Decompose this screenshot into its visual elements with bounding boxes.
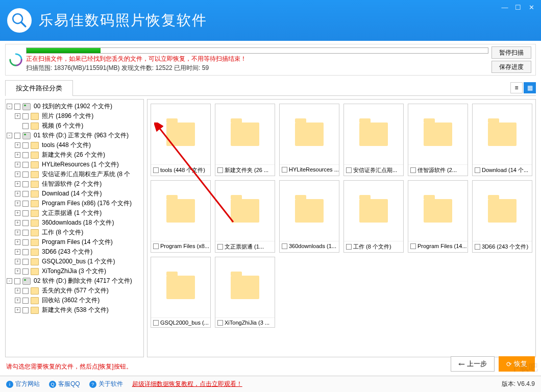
tree-node[interactable]: +新建文件夹 (26 个文件) [7, 150, 142, 160]
tree-expand-toggle[interactable]: + [15, 298, 20, 303]
tree-node[interactable]: -02 软件 (D:) 删除文件 (4717 个文件) [7, 276, 142, 286]
pause-scan-button[interactable]: 暂停扫描 [491, 46, 531, 59]
tree-expand-toggle[interactable]: + [15, 220, 20, 226]
folder-thumbnail[interactable]: Program Files (14... [408, 180, 468, 253]
tree-expand-toggle[interactable]: + [15, 162, 20, 167]
tree-node[interactable]: +丢失的文件 (577 个文件) [7, 286, 142, 296]
tree-expand-toggle[interactable]: + [15, 172, 20, 177]
tree-checkbox[interactable] [22, 152, 29, 158]
tree-expand-toggle[interactable]: + [15, 288, 20, 293]
folder-thumbnail[interactable]: tools (448 个文件) [151, 104, 211, 176]
close-button[interactable]: ✕ [525, 2, 538, 12]
folder-thumbnail[interactable]: 安信证券汇点期... [343, 104, 404, 176]
tree-checkbox[interactable] [22, 298, 29, 304]
tree-checkbox[interactable] [14, 104, 20, 110]
thumb-checkbox[interactable] [153, 167, 159, 173]
tree-expand-toggle[interactable]: + [15, 268, 20, 274]
thumb-checkbox[interactable] [410, 167, 416, 173]
thumb-checkbox[interactable] [346, 167, 352, 173]
thumb-checkbox[interactable] [346, 244, 352, 250]
tree-expand-toggle[interactable]: + [15, 307, 20, 313]
tree-node[interactable]: +XiTongZhiJia (3 个文件) [7, 266, 142, 276]
tree-checkbox[interactable] [22, 191, 29, 197]
tree-expand-toggle[interactable]: + [15, 181, 20, 187]
thumb-checkbox[interactable] [217, 320, 223, 326]
tree-node[interactable]: 视频 (6 个文件) [7, 121, 142, 131]
folder-thumbnail[interactable]: 文正票据通 (1... [215, 180, 275, 253]
tree-checkbox[interactable] [22, 220, 29, 226]
thumb-checkbox[interactable] [153, 320, 159, 326]
tree-checkbox[interactable] [22, 142, 29, 149]
tree-node[interactable]: +GSQL2000_bus (1 个文件) [7, 257, 142, 266]
tree-checkbox[interactable] [22, 259, 29, 265]
tree-expand-toggle[interactable]: - [7, 133, 12, 138]
thumb-checkbox[interactable] [282, 243, 287, 249]
view-list-button[interactable]: ≡ [510, 82, 523, 93]
tree-node[interactable]: +安信证券汇点期权生产系统 (8 个 [7, 169, 142, 179]
tree-expand-toggle[interactable]: + [15, 142, 20, 148]
thumb-checkbox[interactable] [153, 243, 159, 249]
tree-node[interactable]: -00 找到的文件 (1902 个文件) [7, 102, 142, 111]
tree-expand-toggle[interactable]: + [15, 239, 20, 245]
thumb-checkbox[interactable] [475, 244, 480, 250]
folder-thumbnail[interactable]: 工作 (8 个文件) [343, 180, 404, 253]
thumb-checkbox[interactable] [282, 167, 287, 173]
tree-node[interactable]: +文正票据通 (1 个文件) [7, 208, 142, 218]
tree-expand-toggle[interactable]: + [15, 113, 20, 119]
tree-node[interactable]: +HYLiteResources (1 个文件) [7, 160, 142, 169]
tree-pane[interactable]: -00 找到的文件 (1902 个文件)+照片 (1896 个文件)视频 (6 … [5, 99, 144, 357]
save-progress-button[interactable]: 保存进度 [491, 61, 531, 73]
tree-checkbox[interactable] [22, 201, 29, 207]
tree-node[interactable]: +360downloads (18 个文件) [7, 218, 142, 228]
tree-node[interactable]: +Download (14 个文件) [7, 189, 142, 199]
tree-expand-toggle[interactable]: + [15, 249, 20, 255]
folder-thumbnail[interactable]: 3D66 (243 个文件) [472, 180, 532, 253]
tree-checkbox[interactable] [22, 210, 29, 216]
folder-thumbnail[interactable]: Download (14 个... [472, 104, 532, 176]
tutorial-link[interactable]: 超级详细数据恢复教程，点击立即观看！ [132, 380, 242, 388]
tree-expand-toggle[interactable]: - [7, 278, 12, 284]
recover-button[interactable]: ⟳ 恢复 [499, 356, 535, 372]
thumb-checkbox[interactable] [217, 167, 223, 173]
official-site-link[interactable]: i官方网站 [6, 380, 40, 388]
folder-thumbnail[interactable]: GSQL2000_bus (... [151, 257, 211, 328]
prev-step-button[interactable]: 🡐 上一步 [451, 356, 495, 372]
tree-node[interactable]: +新建文件夹 (538 个文件) [7, 305, 142, 315]
tree-checkbox[interactable] [22, 307, 29, 313]
tree-checkbox[interactable] [22, 268, 29, 275]
folder-thumbnail[interactable]: Program Files (x8... [151, 180, 211, 253]
thumb-checkbox[interactable] [475, 167, 480, 173]
tree-checkbox[interactable] [14, 133, 20, 139]
thumb-checkbox[interactable] [410, 243, 416, 249]
folder-thumbnail[interactable]: 佳智源软件 (2... [408, 104, 468, 176]
tree-expand-toggle[interactable]: + [15, 191, 20, 197]
tree-checkbox[interactable] [22, 181, 29, 187]
tree-checkbox[interactable] [22, 123, 29, 129]
tree-expand-toggle[interactable]: + [15, 201, 20, 206]
tree-checkbox[interactable] [22, 288, 29, 294]
tree-checkbox[interactable] [22, 113, 29, 119]
tree-expand-toggle[interactable]: + [15, 152, 20, 158]
tree-checkbox[interactable] [14, 278, 20, 284]
tree-node[interactable]: -01 软件 (D:) 正常文件 (963 个文件) [7, 131, 142, 140]
tree-expand-toggle[interactable]: + [15, 259, 20, 264]
folder-thumbnail[interactable]: HYLiteResources ... [279, 104, 339, 176]
folder-thumbnail[interactable]: 新建文件夹 (26 ... [215, 104, 275, 176]
tree-expand-toggle[interactable]: + [15, 230, 20, 235]
folder-thumbnail[interactable]: XiTongZhiJia (3 ... [215, 257, 275, 328]
tree-node[interactable]: +佳智源软件 (2 个文件) [7, 179, 142, 189]
grid-pane[interactable]: tools (448 个文件)新建文件夹 (26 ...HYLiteResour… [147, 99, 536, 357]
tree-checkbox[interactable] [22, 230, 29, 236]
about-link[interactable]: ?关于软件 [89, 380, 123, 388]
tree-node[interactable]: +回收站 (3602 个文件) [7, 296, 142, 305]
tree-node[interactable]: +Program Files (x86) (176 个文件) [7, 199, 142, 208]
qq-support-link[interactable]: Q客服QQ [49, 380, 80, 388]
tree-node[interactable]: +照片 (1896 个文件) [7, 111, 142, 121]
tree-checkbox[interactable] [22, 162, 29, 168]
tab-by-path[interactable]: 按文件路径分类 [5, 80, 73, 96]
tree-node[interactable]: +3D66 (243 个文件) [7, 247, 142, 257]
tree-node[interactable]: +工作 (8 个文件) [7, 228, 142, 237]
view-grid-button[interactable]: ▦ [524, 82, 536, 93]
minimize-button[interactable]: — [498, 2, 511, 12]
tree-node[interactable]: +tools (448 个文件) [7, 140, 142, 150]
